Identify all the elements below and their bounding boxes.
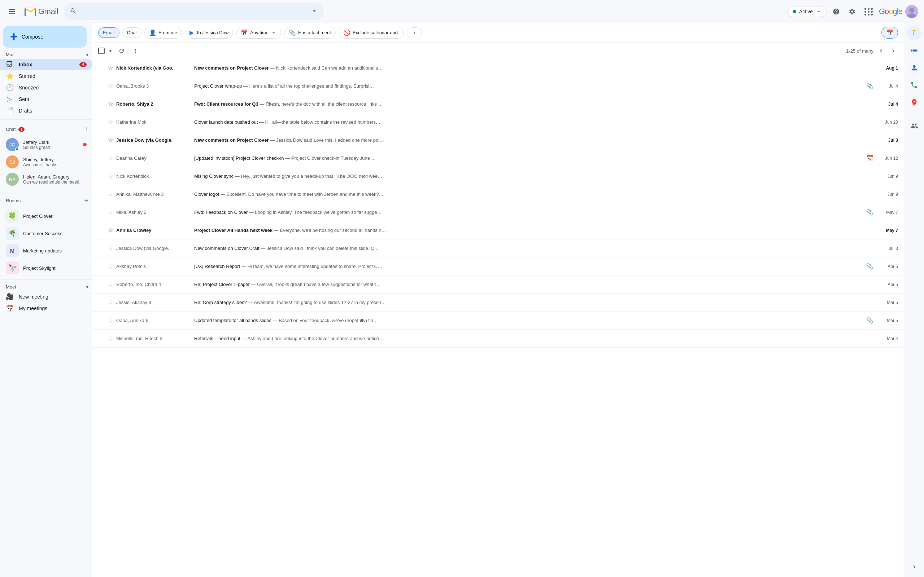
- select-all-checkbox[interactable]: [98, 48, 105, 54]
- filter-more-button[interactable]: [407, 27, 422, 38]
- email-sender: Nick Kortendick: [116, 174, 188, 179]
- sidebar-item-sent[interactable]: ▷ Sent: [0, 93, 92, 105]
- email-row[interactable]: ☆ Michelle, me, Ritesh 3 Referrals – nee…: [92, 330, 904, 348]
- star-icon[interactable]: ☆: [108, 136, 113, 144]
- star-icon[interactable]: ☆: [108, 100, 113, 108]
- star-icon[interactable]: ☆: [108, 280, 113, 288]
- email-row[interactable]: ☆ Katherine Mok Clover launch date pushe…: [92, 113, 904, 131]
- contacts-panel-icon[interactable]: [907, 61, 921, 75]
- gmail-logo[interactable]: Gmail: [24, 5, 58, 18]
- email-row[interactable]: ☆ Roberto, me, Chitra 4 Re: Project Clov…: [92, 276, 904, 293]
- filter-email-tab[interactable]: Email: [98, 27, 120, 38]
- email-row[interactable]: ☆ Mika, Ashley 2 Fwd: Feedback on Clover…: [92, 203, 904, 221]
- phone-panel-icon[interactable]: [907, 78, 921, 92]
- chat-item-2[interactable]: HA Helen, Adam, Gregory Can we reschedul…: [0, 171, 92, 188]
- email-row[interactable]: ☆ Nick Kortendick (via Goo. New comments…: [92, 59, 904, 77]
- email-sender: Oana..Brooks 3: [116, 83, 188, 89]
- select-dropdown-button[interactable]: ▼: [108, 48, 113, 54]
- star-icon[interactable]: ☆: [108, 64, 113, 72]
- sidebar-item-snoozed[interactable]: 🕐 Snoozed: [0, 82, 92, 93]
- star-icon[interactable]: ☆: [108, 317, 113, 324]
- email-row[interactable]: ☆ Jessica Dow (via Google. New comments …: [92, 131, 904, 149]
- star-icon[interactable]: ☆: [108, 154, 113, 162]
- email-sender: Michelle, me, Ritesh 3: [116, 336, 188, 341]
- compose-button[interactable]: ✚ Compose: [3, 26, 87, 48]
- chat-avatar-jeffery: JC: [6, 138, 19, 151]
- email-row[interactable]: ☆ Roberto, Shiya 2 Fwd: Client resources…: [92, 95, 904, 113]
- email-row[interactable]: ☆ Akshay Potnis [UX] Research Report — H…: [92, 258, 904, 276]
- email-row[interactable]: ☆ Annika, Matthew, me 3 Clover logo! — E…: [92, 185, 904, 203]
- sidebar-item-drafts[interactable]: 📄 Drafts: [0, 105, 92, 116]
- compose-label: Compose: [22, 34, 43, 40]
- help-button[interactable]: [830, 5, 843, 18]
- star-icon[interactable]: ☆: [108, 82, 113, 90]
- email-row[interactable]: ☆ Oana..Brooks 3 Project Clover wrap-up …: [92, 77, 904, 95]
- filter-calendar-chip[interactable]: 📅: [881, 27, 898, 39]
- email-subject: Fwd: Client resources for Q3 — Ritesh, h…: [188, 102, 874, 107]
- mail-section-header[interactable]: Mail ▼: [0, 50, 92, 59]
- apps-button[interactable]: [861, 5, 876, 18]
- chat-section-header[interactable]: Chat 1 +: [0, 122, 92, 136]
- sidebar-item-starred[interactable]: ⭐ Starred: [0, 70, 92, 82]
- maps-panel-icon[interactable]: [907, 95, 921, 110]
- email-row[interactable]: ☆ Jessie, Akshay 3 Re: Corp strategy sli…: [92, 293, 904, 311]
- refresh-button[interactable]: [116, 45, 127, 56]
- star-icon[interactable]: ☆: [108, 190, 113, 198]
- subject-text: Updated template for all hands slides: [194, 318, 271, 323]
- room-item-2[interactable]: M Marketing updates: [0, 242, 92, 259]
- filter-has-attachment[interactable]: 📎 Has attachment: [284, 27, 336, 39]
- settings-button[interactable]: [846, 5, 859, 18]
- next-page-button[interactable]: [888, 46, 898, 56]
- room-item-1[interactable]: 🌴 Customer Success: [0, 225, 92, 242]
- email-row[interactable]: ☆ Jessica Dow (via Google. New comments …: [92, 239, 904, 258]
- app-container: Gmail Project Clover Active: [0, 0, 924, 577]
- expand-panel-icon[interactable]: [907, 560, 921, 574]
- star-icon[interactable]: ☆: [108, 335, 113, 343]
- filter-any-time[interactable]: 📅 Any time: [236, 27, 281, 39]
- star-icon[interactable]: ☆: [108, 226, 113, 234]
- active-status-badge[interactable]: Active: [787, 6, 827, 17]
- user-avatar[interactable]: [905, 5, 918, 18]
- filter-from-me[interactable]: 👤 From me: [144, 27, 182, 39]
- chat-item-1[interactable]: SJ Shirley, Jeffery Awesome, thanks.: [0, 153, 92, 171]
- meet-new-meeting[interactable]: 🎥 New meeting: [0, 291, 92, 303]
- hamburger-button[interactable]: [6, 5, 18, 18]
- svg-point-6: [909, 8, 914, 13]
- email-row[interactable]: ☆ Oana, Annika 6 Updated template for al…: [92, 311, 904, 330]
- star-icon[interactable]: ☆: [108, 118, 113, 126]
- subject-text: Mising Clover sync: [194, 174, 234, 179]
- star-icon[interactable]: ☆: [108, 208, 113, 216]
- chat-preview-shirley: Awesome, thanks.: [23, 162, 87, 167]
- filter-to-jessica[interactable]: ▶ To Jessica Dow: [185, 27, 233, 39]
- email-row[interactable]: ☆ Nick Kortendick Mising Clover sync — H…: [92, 167, 904, 185]
- star-icon[interactable]: ☆: [108, 245, 113, 253]
- rooms-section-header[interactable]: Rooms +: [0, 194, 92, 207]
- room-item-0[interactable]: 🍀 Project Clover: [0, 207, 92, 225]
- filter-chat-tab[interactable]: Chat: [122, 27, 142, 38]
- keep-panel-icon[interactable]: [907, 26, 921, 40]
- subject-text: New comments on Project Clover: [194, 65, 269, 71]
- prev-page-button[interactable]: [876, 46, 886, 56]
- chat-item-0[interactable]: JC Jeffery Clark Sounds great!: [0, 136, 92, 153]
- people-panel-icon[interactable]: [907, 119, 921, 133]
- attachment-icon: 📎: [866, 263, 874, 270]
- star-icon[interactable]: ☆: [108, 263, 113, 271]
- room-item-3[interactable]: 🔭 Project Skylight: [0, 259, 92, 277]
- sidebar-item-inbox[interactable]: Inbox 4: [0, 59, 92, 70]
- star-icon[interactable]: ☆: [108, 298, 113, 306]
- tasks-panel-icon[interactable]: [907, 43, 921, 58]
- email-row[interactable]: ☆ Deanna Carey [Updated invitation] Proj…: [92, 149, 904, 167]
- filter-bar: Email Chat 👤 From me ▶ To Jessica Dow 📅 …: [92, 23, 904, 43]
- rooms-add-button[interactable]: +: [82, 195, 89, 206]
- meet-my-meetings[interactable]: 📅 My meetings: [0, 303, 92, 314]
- star-icon[interactable]: ☆: [108, 172, 113, 180]
- attachment-filter-icon: 📎: [289, 29, 296, 36]
- filter-exclude-calendar[interactable]: 🚫 Exclude calendar upd.: [339, 27, 404, 39]
- email-row[interactable]: ☆ Annika Crowley Project Clover All Hand…: [92, 221, 904, 239]
- meet-section-header[interactable]: Meet ▼: [0, 283, 92, 291]
- chat-add-button[interactable]: +: [82, 124, 89, 134]
- search-input[interactable]: Project Clover: [64, 3, 324, 20]
- email-date: Apr 5: [876, 264, 898, 269]
- more-options-button[interactable]: [130, 45, 141, 56]
- search-options-button[interactable]: [311, 8, 318, 16]
